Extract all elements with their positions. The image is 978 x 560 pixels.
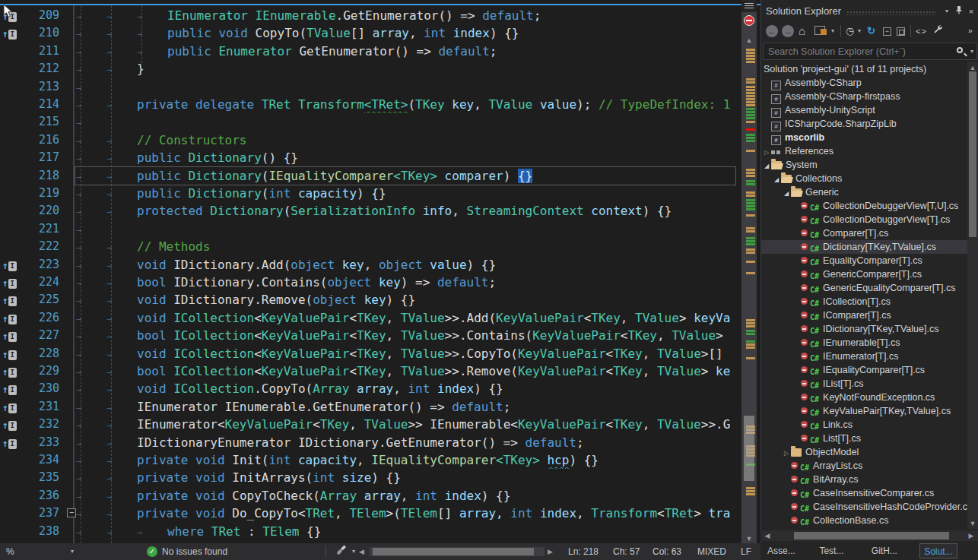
code-line[interactable]: →→→where TRet : TElem {} bbox=[76, 523, 739, 540]
implements-interface-glyph[interactable]: ↑I bbox=[2, 274, 24, 291]
tree-item[interactable]: C#IComparer[T].cs bbox=[760, 308, 967, 322]
code-line[interactable]: →→private void CopyToCheck(Array array, … bbox=[76, 487, 739, 505]
window-position-caret-icon[interactable]: ▾ bbox=[941, 5, 953, 18]
editor-splitter-grip[interactable] bbox=[741, 0, 757, 12]
tree-scroll-down-icon[interactable]: ▼ bbox=[967, 518, 978, 529]
implements-interface-glyph[interactable]: ↑I bbox=[2, 362, 24, 380]
code-line[interactable]: →→// Methods bbox=[76, 238, 739, 255]
view-code-icon[interactable]: <> bbox=[916, 24, 927, 39]
code-line[interactable]: →→private delegate TRet Transform<TRet>(… bbox=[76, 96, 739, 113]
switch-views-caret-icon[interactable]: ▾ bbox=[831, 24, 834, 39]
implements-interface-glyph[interactable]: ↑I bbox=[2, 327, 24, 344]
code-line[interactable]: →→IEnumerator<KeyValuePair<TKey, TValue>… bbox=[76, 416, 739, 433]
tree-item[interactable]: C#Dictionary[TKey,TValue].cs bbox=[760, 240, 967, 254]
tree-item[interactable]: C#CollectionDebuggerView[T,U].cs bbox=[760, 199, 967, 213]
pin-icon[interactable] bbox=[953, 5, 965, 18]
issues-status-text[interactable]: No issues found bbox=[162, 543, 227, 560]
panel-tab-solut[interactable]: Solut... bbox=[919, 543, 957, 558]
tree-item[interactable]: C#KeyValuePair[TKey,TValue].cs bbox=[760, 404, 967, 418]
implements-interface-glyph[interactable]: ↑I bbox=[2, 434, 24, 451]
code-line[interactable]: → bbox=[76, 113, 739, 131]
editor-scrollbar-thumb[interactable] bbox=[744, 416, 754, 481]
fold-collapse-icon[interactable]: − bbox=[67, 508, 76, 517]
search-box[interactable]: Search Solution Explorer (Ctrl+¨) ▾ bbox=[763, 43, 977, 60]
tree-item[interactable]: C#IList[T].cs bbox=[760, 377, 967, 391]
wrench-properties-icon[interactable] bbox=[932, 24, 943, 39]
code-line[interactable]: →→void ICollection<KeyValuePair<TKey, TV… bbox=[76, 309, 739, 327]
tree-item[interactable]: #ICSharpCode.SharpZipLib bbox=[760, 117, 967, 131]
code-line[interactable]: →→bool ICollection<KeyValuePair<TKey, TV… bbox=[76, 362, 739, 380]
implements-interface-glyph[interactable]: ↑I bbox=[2, 291, 24, 308]
editor-horizontal-scrollbar[interactable] bbox=[370, 547, 545, 556]
tree-horizontal-scrollbar[interactable]: ◀ ▶ bbox=[760, 530, 978, 541]
tree-vertical-scrollbar[interactable]: ▲ ▼ bbox=[967, 62, 978, 529]
tree-item[interactable]: ▷References bbox=[760, 144, 967, 158]
hscroll-right-arrow-icon[interactable]: ▶ bbox=[548, 543, 553, 560]
code-line[interactable]: →→private void Init(int capacity, IEqual… bbox=[76, 451, 739, 469]
back-icon[interactable]: ← bbox=[766, 25, 778, 37]
switch-views-icon[interactable] bbox=[814, 26, 825, 35]
tree-item[interactable]: #Assembly-CSharp-firstpass bbox=[760, 90, 967, 103]
code-surface[interactable]: →→→IEnumerator IEnumerable.GetEnumerator… bbox=[0, 5, 760, 543]
hscroll-left-arrow-icon[interactable]: ◀ bbox=[359, 543, 364, 560]
zoom-percent-control[interactable]: % bbox=[6, 543, 14, 560]
tree-item[interactable]: ◢Generic bbox=[760, 185, 967, 199]
panel-tab-test[interactable]: Test... bbox=[815, 543, 847, 558]
indent-mode-indicator[interactable]: MIXED bbox=[697, 543, 726, 560]
tree-item[interactable]: Solution 'project-gui' (11 of 11 project… bbox=[760, 62, 967, 76]
forward-icon[interactable]: → bbox=[782, 25, 794, 37]
tree-item[interactable]: C#IEnumerable[T].cs bbox=[760, 336, 967, 350]
tree-item[interactable]: #mscorlib bbox=[760, 131, 967, 144]
code-line[interactable]: →→→public Enumerator GetEnumerator() => … bbox=[76, 43, 739, 60]
eol-indicator[interactable]: LF bbox=[741, 543, 751, 560]
code-line[interactable]: →→IEnumerator IEnumerable.GetEnumerator(… bbox=[76, 398, 739, 416]
tree-item[interactable]: ◢System bbox=[760, 158, 967, 172]
code-line[interactable]: →→bool IDictionary.Contains(object key) … bbox=[76, 274, 739, 291]
zoom-caret-icon[interactable]: ▾ bbox=[71, 543, 74, 560]
code-line[interactable]: → bbox=[76, 220, 739, 238]
toolbar-overflow-icon[interactable]: » bbox=[968, 24, 973, 39]
code-line[interactable]: →→void ICollection.CopyTo(Array array, i… bbox=[76, 380, 739, 397]
tree-item[interactable]: C#GenericComparer[T].cs bbox=[760, 267, 967, 281]
home-icon[interactable]: ⌂ bbox=[799, 24, 805, 39]
code-line[interactable]: →→public Dictionary(IEqualityComparer<TK… bbox=[76, 167, 739, 185]
solution-explorer-titlebar[interactable]: Solution Explorer ▾ × bbox=[761, 3, 978, 21]
tree-item[interactable]: C#CaseInsensitiveHashCodeProvider.cs bbox=[760, 500, 967, 514]
tree-item[interactable]: C#EqualityComparer[T].cs bbox=[760, 254, 967, 267]
column-indicator[interactable]: Col: 63 bbox=[653, 543, 681, 560]
preview-selected-items-icon[interactable] bbox=[897, 27, 905, 36]
code-line[interactable]: →→→IEnumerator IEnumerable.GetEnumerator… bbox=[76, 7, 739, 24]
implements-interface-glyph[interactable]: ↑I bbox=[2, 256, 24, 274]
broom-caret-icon[interactable]: ▾ bbox=[352, 543, 355, 560]
scroll-down-arrow-icon[interactable]: ▼ bbox=[741, 534, 757, 543]
refresh-icon[interactable]: ↻ bbox=[867, 24, 875, 39]
code-line[interactable]: →→void IDictionary.Remove(object key) {} bbox=[76, 291, 739, 308]
tree-item[interactable]: C#IEnumerator[T].cs bbox=[760, 350, 967, 363]
tree-item[interactable]: C#Comparer[T].cs bbox=[760, 226, 967, 240]
code-line[interactable]: →→public Dictionary() {} bbox=[76, 149, 739, 166]
code-line[interactable]: →→bool ICollection<KeyValuePair<TKey, TV… bbox=[76, 327, 739, 344]
tree-scroll-left-icon[interactable]: ◀ bbox=[762, 530, 773, 541]
line-indicator[interactable]: Ln: 218 bbox=[568, 543, 599, 560]
collapse-all-icon[interactable]: − bbox=[883, 27, 891, 36]
code-line[interactable]: →→} bbox=[76, 60, 739, 78]
broom-icon[interactable] bbox=[336, 544, 348, 560]
tree-item[interactable]: C#GenericEqualityComparer[T].cs bbox=[760, 281, 967, 295]
tree-item[interactable]: C#IDictionary[TKey,TValue].cs bbox=[760, 322, 967, 336]
implements-interface-glyph[interactable]: ↑I bbox=[2, 24, 24, 42]
tree-item[interactable]: C#ArrayList.cs bbox=[760, 459, 967, 473]
code-line[interactable]: →→public Dictionary(int capacity) {} bbox=[76, 185, 739, 202]
code-line[interactable]: →→private void InitArrays(int size) {} bbox=[76, 469, 739, 486]
implements-interface-glyph[interactable]: ↑I bbox=[2, 345, 24, 362]
panel-tab-asse[interactable]: Asse... bbox=[764, 543, 799, 558]
code-line[interactable]: →→protected Dictionary(SerializationInfo… bbox=[76, 202, 739, 220]
tree-item[interactable]: C#Link.cs bbox=[760, 418, 967, 432]
code-line[interactable]: →→void IDictionary.Add(object key, objec… bbox=[76, 256, 739, 274]
tree-item[interactable]: C#BitArray.cs bbox=[760, 473, 967, 486]
implements-interface-glyph[interactable]: ↑I bbox=[2, 309, 24, 327]
tree-item[interactable]: C#ICollection[T].cs bbox=[760, 295, 967, 308]
implements-interface-glyph[interactable]: ↑I bbox=[2, 380, 24, 397]
document-health-error-icon[interactable] bbox=[744, 15, 754, 26]
tree-hscrollbar-thumb[interactable] bbox=[794, 532, 949, 539]
code-line[interactable]: →→// Constructors bbox=[76, 131, 739, 149]
